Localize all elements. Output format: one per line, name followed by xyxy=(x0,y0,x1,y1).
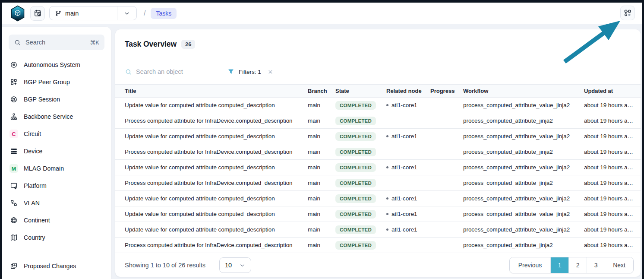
sidebar-item[interactable]: Country xyxy=(2,229,111,246)
cell-workflow: process_computed_attribute_jinja2 xyxy=(463,180,584,186)
platform-icon xyxy=(9,181,18,190)
column-header[interactable]: Related node xyxy=(386,88,430,94)
table-row[interactable]: Process computed attribute for InfraDevi… xyxy=(115,144,641,160)
status-badge: COMPLETED xyxy=(335,210,376,219)
table-body: Update value for computed attribute comp… xyxy=(115,98,641,253)
previous-button[interactable]: Previous xyxy=(510,257,550,273)
cell-branch: main xyxy=(308,211,335,217)
cell-related-node: atl1-core1 xyxy=(386,195,430,202)
cell-branch: main xyxy=(308,164,335,171)
table-row[interactable]: Process computed attribute for InfraDevi… xyxy=(115,238,641,253)
cell-title: Update value for computed attribute comp… xyxy=(125,102,308,108)
object-search[interactable] xyxy=(125,68,224,76)
cell-branch: main xyxy=(308,195,335,202)
sidebar-item[interactable]: BGP Session xyxy=(2,91,111,108)
device-icon xyxy=(9,147,18,155)
cell-title: Update value for computed attribute comp… xyxy=(125,195,308,202)
cell-title: Update value for computed attribute comp… xyxy=(125,211,308,217)
chevron-down-icon xyxy=(239,262,246,269)
page-button[interactable]: 3 xyxy=(587,257,605,273)
count-badge: 26 xyxy=(181,40,195,49)
results-summary: Showing 1 to 10 of 26 results xyxy=(125,262,205,269)
column-header[interactable]: Branch xyxy=(308,88,335,94)
table-row[interactable]: Update value for computed attribute comp… xyxy=(115,98,641,113)
page-button[interactable]: 1 xyxy=(550,257,568,273)
next-button[interactable]: Next xyxy=(605,257,633,273)
sidebar-item[interactable]: Continent xyxy=(2,212,111,229)
backbone-service-icon xyxy=(9,112,18,121)
breadcrumb-tasks[interactable]: Tasks xyxy=(151,8,177,19)
cell-title: Process computed attribute for InfraDevi… xyxy=(125,180,308,186)
sidebar-item-label: Circuit xyxy=(24,130,41,137)
sidebar-item[interactable]: Autonomous System xyxy=(2,56,111,73)
sidebar-search[interactable]: Search ⌘K xyxy=(9,35,104,50)
cell-updated-at: about 19 hours ago xyxy=(584,133,634,140)
status-badge: COMPLETED xyxy=(335,179,376,187)
cell-title: Process computed attribute for InfraDevi… xyxy=(125,242,308,248)
column-header[interactable]: Updated at xyxy=(584,88,634,94)
cell-related-node: atl1-core1 xyxy=(386,164,430,171)
cell-title: Process computed attribute for InfraDevi… xyxy=(125,149,308,155)
sidebar-item[interactable]: M MLAG Domain xyxy=(2,160,111,177)
page-buttons: 123 xyxy=(550,257,605,273)
table-row[interactable]: Update value for computed attribute comp… xyxy=(115,222,641,238)
schema-button[interactable] xyxy=(620,6,635,20)
sidebar-item[interactable]: VLAN xyxy=(2,194,111,212)
time-travel-button[interactable] xyxy=(30,6,45,21)
cell-workflow: process_computed_attribute_value_jinja2 xyxy=(463,211,584,217)
column-header[interactable]: Workflow xyxy=(463,88,584,94)
status-badge: COMPLETED xyxy=(335,194,376,203)
cell-state: COMPLETED xyxy=(335,117,386,125)
column-header[interactable]: Title xyxy=(125,88,308,94)
branch-name: main xyxy=(65,10,79,17)
branch-selector-chevron[interactable] xyxy=(117,6,136,20)
breadcrumb-separator: / xyxy=(144,10,145,17)
sidebar-item-label: BGP Session xyxy=(24,96,60,103)
cell-title: Update value for computed attribute comp… xyxy=(125,226,308,233)
cell-workflow: process_computed_attribute_value_jinja2 xyxy=(463,133,584,140)
infrahub-logo[interactable] xyxy=(10,5,26,22)
sidebar-item[interactable]: Device xyxy=(2,143,111,160)
cell-state: COMPLETED xyxy=(335,148,386,156)
page-button[interactable]: 2 xyxy=(568,257,587,273)
sidebar-item[interactable]: Backbone Service xyxy=(2,108,111,125)
table-row[interactable]: Update value for computed attribute comp… xyxy=(115,129,641,144)
sidebar-item-label: Device xyxy=(24,148,42,155)
cell-workflow: process_computed_attribute_jinja2 xyxy=(463,242,584,248)
cell-title: Update value for computed attribute comp… xyxy=(125,164,308,171)
toolbar: Filters: 1 xyxy=(115,59,641,84)
sidebar-item[interactable]: Platform xyxy=(2,177,111,194)
clear-filters-icon[interactable] xyxy=(267,69,274,75)
table-row[interactable]: Process computed attribute for InfraDevi… xyxy=(115,175,641,191)
table-row[interactable]: Update value for computed attribute comp… xyxy=(115,191,641,206)
funnel-icon[interactable] xyxy=(227,68,234,75)
table-row[interactable]: Process computed attribute for InfraDevi… xyxy=(115,113,641,129)
schema-icon xyxy=(623,9,632,17)
cell-branch: main xyxy=(308,180,335,186)
table-row[interactable]: Update value for computed attribute comp… xyxy=(115,160,641,175)
sidebar-item[interactable]: C Circuit xyxy=(2,125,111,143)
page-size-select[interactable]: 10 xyxy=(219,257,251,273)
country-icon xyxy=(9,233,18,242)
cell-updated-at: about 19 hours ago xyxy=(584,211,634,217)
sidebar-item[interactable]: BGP Peer Group xyxy=(2,73,111,91)
branch-selector[interactable]: main xyxy=(49,6,137,20)
cell-state: COMPLETED xyxy=(335,101,386,110)
cell-related-node: atl1-core1 xyxy=(386,133,430,140)
column-header[interactable]: State xyxy=(335,88,386,94)
sidebar-item-label: Continent xyxy=(24,217,50,224)
cell-related-node: atl1-core1 xyxy=(386,102,430,108)
sidebar-item[interactable]: Proposed Changes xyxy=(2,257,111,275)
filters-label[interactable]: Filters: 1 xyxy=(239,69,261,75)
object-search-input[interactable] xyxy=(136,68,209,75)
cell-workflow: process_computed_attribute_value_jinja2 xyxy=(463,164,584,171)
column-header[interactable]: Progress xyxy=(430,88,463,94)
cell-state: COMPLETED xyxy=(335,210,386,219)
cell-updated-at: about 19 hours ago xyxy=(584,102,634,108)
sidebar-item-label: Proposed Changes xyxy=(24,263,76,269)
sidebar-item[interactable]: Object Management xyxy=(2,275,111,279)
table-row[interactable]: Update value for computed attribute comp… xyxy=(115,206,641,222)
filter-group: Filters: 1 xyxy=(227,68,274,75)
cell-workflow: process_computed_attribute_jinja2 xyxy=(463,149,584,155)
cell-branch: main xyxy=(308,117,335,124)
